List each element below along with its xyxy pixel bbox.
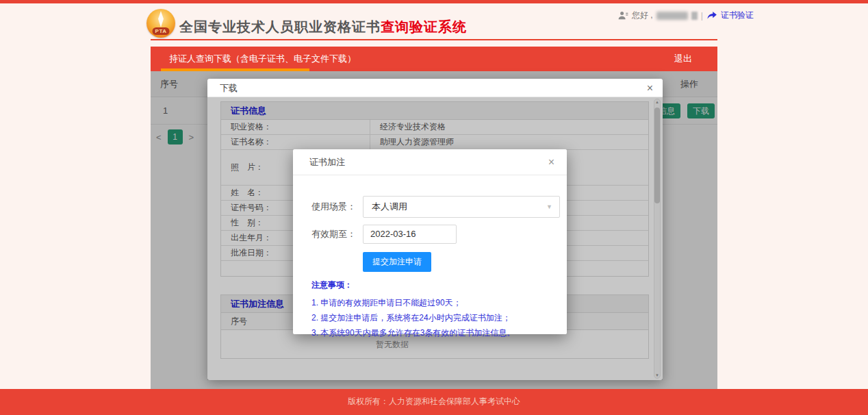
user-name-redacted-2 — [691, 12, 698, 20]
user-icon — [618, 10, 628, 21]
scene-select[interactable]: 本人调用 ▼ — [363, 196, 560, 218]
user-bar: 您好 , | 证书验证 — [618, 10, 754, 21]
copyright-text: 版权所有：人力资源和社会保障部人事考试中心 — [0, 389, 868, 407]
greeting-text: 您好 , — [632, 10, 653, 21]
logout-button[interactable]: 退出 — [674, 47, 692, 71]
download-modal-close-icon[interactable]: × — [647, 79, 653, 97]
site-header: PTA 全国专业技术人员职业资格证书查询验证系统 您好 , | 证书验证 — [0, 3, 868, 46]
download-modal-title: 下载 — [220, 79, 238, 97]
download-modal-header: 下载 × — [207, 79, 663, 97]
site-title-main: 全国专业技术人员职业资格证书 — [179, 19, 381, 34]
logo-flame-icon — [155, 11, 167, 27]
tab-holder-query-download[interactable]: 持证人查询下载（含电子证书、电子文件下载） — [169, 47, 356, 71]
annotation-modal-header: 证书加注 × — [293, 149, 567, 175]
site-title: 全国专业技术人员职业资格证书查询验证系统 — [179, 18, 467, 36]
scene-label: 使用场景： — [293, 196, 356, 218]
notes-block: 注意事项： 1. 申请的有效期距申请日不能超过90天； 2. 提交加注申请后，系… — [311, 279, 515, 340]
annotation-modal: 证书加注 × 使用场景： 本人调用 ▼ 有效期至： 2022-03-16 提交加… — [293, 149, 567, 334]
annotation-modal-close-icon[interactable]: × — [548, 149, 554, 175]
userbar-separator: | — [701, 11, 703, 21]
site-title-accent: 查询验证系统 — [381, 19, 467, 34]
scene-select-value: 本人调用 — [372, 197, 407, 217]
submit-annotation-button[interactable]: 提交加注申请 — [363, 252, 431, 272]
page-footer: 版权所有：人力资源和社会保障部人事考试中心 — [0, 389, 868, 415]
page: PTA 全国专业技术人员职业资格证书查询验证系统 您好 , | 证书验证 持证人… — [0, 0, 868, 415]
annotation-modal-body: 使用场景： 本人调用 ▼ 有效期至： 2022-03-16 提交加注申请 注意事… — [293, 175, 567, 334]
pta-logo: PTA — [146, 9, 175, 38]
expiry-date-field[interactable]: 2022-03-16 — [363, 225, 457, 244]
certificate-verify-link[interactable]: 证书验证 — [721, 10, 754, 21]
header-divider — [151, 39, 717, 40]
logo-pta-label: PTA — [153, 27, 170, 35]
annotation-modal-title: 证书加注 — [309, 149, 345, 175]
user-name-redacted — [656, 12, 688, 20]
note-line-2: 2. 提交加注申请后，系统将在24小时内完成证书加注； — [311, 310, 515, 325]
note-line-3: 3. 本系统90天内最多允许存在3条有效的证书加注信息。 — [311, 325, 515, 340]
note-line-1: 1. 申请的有效期距申请日不能超过90天； — [311, 295, 515, 310]
expiry-label: 有效期至： — [293, 225, 356, 244]
expiry-date-value: 2022-03-16 — [370, 225, 416, 243]
chevron-down-icon: ▼ — [546, 197, 552, 217]
main-nav: 持证人查询下载（含电子证书、电子文件下载） 退出 — [151, 47, 717, 71]
notes-title: 注意事项： — [311, 279, 515, 291]
share-arrow-icon — [706, 10, 717, 21]
